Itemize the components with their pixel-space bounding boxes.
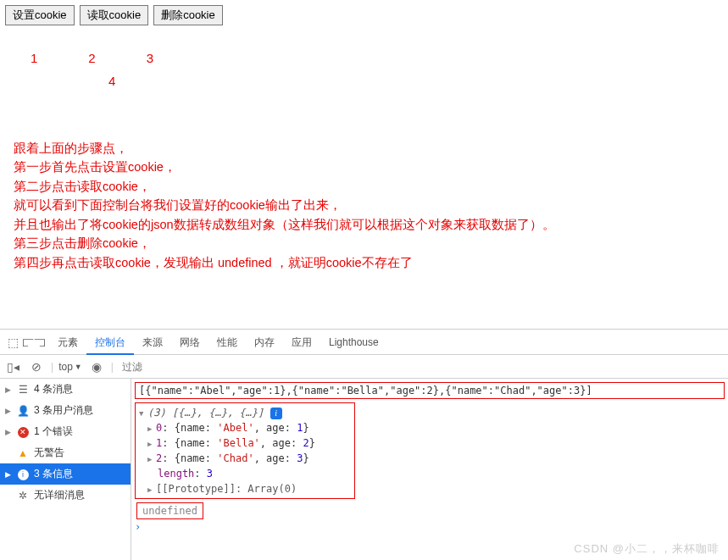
- clear-console-icon[interactable]: ⊘: [27, 360, 46, 374]
- info-icon: i: [17, 468, 29, 480]
- filter-input[interactable]: [119, 359, 725, 374]
- sidebar-item-label: 无详细消息: [34, 488, 85, 502]
- tab-console[interactable]: 控制台: [86, 330, 134, 355]
- sidebar-item-label: 1 个错误: [34, 424, 73, 439]
- tab-lighthouse[interactable]: Lighthouse: [320, 330, 387, 355]
- step-annotations: 1 2 3 4: [31, 51, 723, 88]
- caret-icon[interactable]: ▶: [147, 454, 156, 466]
- step-4-label: 4: [108, 74, 115, 88]
- sidebar-item-verbose[interactable]: ✲ 无详细消息: [0, 485, 131, 506]
- console-output[interactable]: [{"name":"Abel","age":1},{"name":"Bella"…: [131, 379, 728, 560]
- console-body: ▶ ☰ 4 条消息 ▶ 👤 3 条用户消息 ▶ ✕ 1 个错误 ▲ 无警告 ▶: [0, 379, 728, 560]
- array-item-row[interactable]: ▶2: {name: 'Chad', age: 3}: [139, 451, 351, 466]
- sidebar-item-label: 3 条信息: [34, 467, 73, 481]
- step-2-label: 2: [88, 51, 95, 65]
- button-row: 设置cookie 读取cookie 删除cookie: [5, 5, 723, 25]
- sidebar-item-info[interactable]: ▶ i 3 条信息: [0, 463, 131, 485]
- tab-performance[interactable]: 性能: [208, 330, 246, 355]
- context-label: top: [58, 361, 73, 373]
- sidebar-item-label: 3 条用户消息: [34, 403, 93, 418]
- prototype-label: [[Prototype]]: Array(0): [156, 483, 297, 495]
- sidebar-item-messages[interactable]: ▶ ☰ 4 条消息: [0, 379, 131, 400]
- sidebar-item-user-messages[interactable]: ▶ 👤 3 条用户消息: [0, 400, 131, 421]
- caret-icon[interactable]: ▶: [147, 439, 156, 451]
- chevron-down-icon: ▼: [75, 363, 82, 371]
- console-filter-bar: ▯◂ ⊘ | top ▼ ◉ |: [0, 355, 728, 379]
- instruction-line: 第三步点击删除cookie，: [14, 234, 714, 252]
- gear-icon: ✲: [17, 490, 29, 502]
- sidebar-item-warnings[interactable]: ▲ 无警告: [0, 442, 131, 463]
- set-cookie-button[interactable]: 设置cookie: [5, 5, 75, 25]
- device-toggle-icon[interactable]: ⫍⫎: [22, 335, 41, 349]
- caret-down-icon[interactable]: ▼: [139, 408, 147, 420]
- console-prompt-icon[interactable]: ›: [135, 521, 725, 533]
- caret-icon: ▶: [5, 470, 12, 479]
- caret-icon: ▶: [5, 407, 12, 415]
- array-item-row[interactable]: ▶1: {name: 'Bella', age: 2}: [139, 435, 351, 451]
- length-key: length: [158, 468, 194, 480]
- array-summary: (3) [{…}, {…}, {…}]: [147, 407, 264, 419]
- sidebar-item-errors[interactable]: ▶ ✕ 1 个错误: [0, 421, 131, 442]
- tab-memory[interactable]: 内存: [246, 330, 283, 355]
- messages-icon: ☰: [17, 384, 29, 396]
- devtools-panel: ⬚ ⫍⫎ 元素 控制台 来源 网络 性能 内存 应用 Lighthouse ▯◂…: [0, 329, 728, 560]
- info-icon[interactable]: i: [270, 408, 282, 419]
- instruction-line: 跟着上面的步骤点，: [14, 139, 714, 158]
- context-dropdown[interactable]: top ▼: [58, 361, 82, 373]
- instruction-line: 就可以看到下面控制台将我们设置好的cookie输出了出来，: [14, 196, 714, 214]
- tab-network[interactable]: 网络: [171, 330, 208, 355]
- step-1-label: 1: [31, 51, 37, 65]
- instruction-line: 第一步首先点击设置cookie，: [14, 158, 714, 176]
- tab-elements[interactable]: 元素: [49, 330, 86, 355]
- console-log-array[interactable]: ▼(3) [{…}, {…}, {…}] i ▶0: {name: 'Abel'…: [135, 402, 355, 499]
- console-sidebar: ▶ ☰ 4 条消息 ▶ 👤 3 条用户消息 ▶ ✕ 1 个错误 ▲ 无警告 ▶: [0, 379, 131, 560]
- caret-icon[interactable]: ▶: [147, 424, 156, 435]
- tab-application[interactable]: 应用: [283, 330, 320, 355]
- tab-sources[interactable]: 来源: [134, 330, 171, 355]
- caret-icon[interactable]: ▶: [147, 485, 156, 496]
- instruction-line: 第四步再点击读取cookie，发现输出 undefined ，就证明cookie…: [14, 253, 714, 272]
- watermark: CSDN @小二，，来杯咖啡: [574, 541, 720, 557]
- delete-cookie-button[interactable]: 删除cookie: [153, 5, 223, 25]
- read-cookie-button[interactable]: 读取cookie: [80, 5, 149, 25]
- sidebar-toggle-icon[interactable]: ▯◂: [3, 360, 22, 374]
- step-3-label: 3: [147, 51, 153, 65]
- sidebar-item-label: 无警告: [34, 446, 64, 460]
- inspect-icon[interactable]: ⬚: [3, 335, 22, 349]
- sidebar-item-label: 4 条消息: [34, 382, 73, 396]
- console-log-undefined: undefined: [136, 502, 203, 519]
- array-item-row[interactable]: ▶0: {name: 'Abel', age: 1}: [139, 420, 351, 435]
- eye-icon[interactable]: ◉: [87, 360, 106, 374]
- error-icon: ✕: [17, 425, 29, 438]
- caret-icon: ▶: [5, 385, 12, 394]
- page-content: 设置cookie 读取cookie 删除cookie 1 2 3 4 跟着上面的…: [0, 0, 728, 277]
- instructions-text: 跟着上面的步骤点， 第一步首先点击设置cookie， 第二步点击读取cookie…: [5, 139, 723, 272]
- devtools-tabs: ⬚ ⫍⫎ 元素 控制台 来源 网络 性能 内存 应用 Lighthouse: [0, 330, 728, 355]
- instruction-line: 第二步点击读取cookie，: [14, 177, 714, 196]
- warning-icon: ▲: [17, 447, 29, 459]
- instruction-line: 并且也输出了将cookie的json数据转成数组对象（这样我们就可以根据这个对象…: [14, 215, 714, 234]
- caret-icon: ▶: [5, 428, 12, 436]
- length-value: 3: [207, 468, 213, 480]
- console-log-raw-json: [{"name":"Abel","age":1},{"name":"Bella"…: [135, 382, 725, 399]
- user-icon: 👤: [17, 405, 29, 417]
